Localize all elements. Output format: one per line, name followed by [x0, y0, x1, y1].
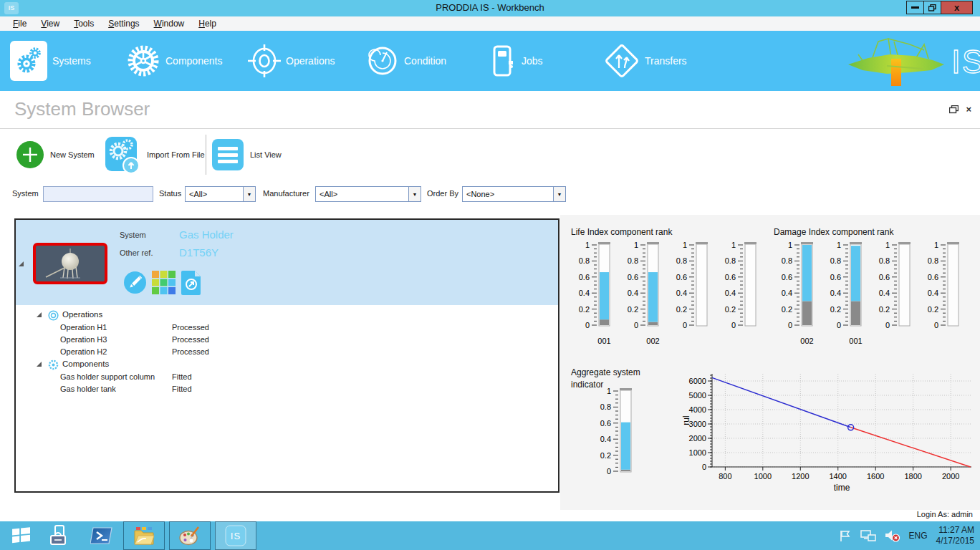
taskbar: IS ENG 11:27 AM 4/17/2015	[0, 521, 980, 550]
manufacturer-dropdown[interactable]: <All> ▼	[315, 186, 421, 202]
svg-text:1000: 1000	[689, 448, 706, 457]
export-report-icon[interactable]	[181, 270, 202, 295]
menu-item-help[interactable]: Help	[191, 16, 224, 31]
nav-systems-label: Systems	[52, 55, 91, 67]
nav-condition[interactable]: Condition	[366, 31, 446, 91]
edit-icon[interactable]	[123, 271, 147, 294]
system-card-selected[interactable]: System Gas Holder Other ref. D1T56Y	[16, 220, 558, 305]
svg-text:2000: 2000	[689, 434, 706, 443]
tree-expander-icon[interactable]	[36, 312, 42, 318]
manufacturer-dropdown-value: <All>	[316, 190, 408, 198]
minimize-icon	[911, 6, 919, 9]
tree-expander-icon[interactable]	[18, 261, 24, 267]
restore-button[interactable]	[923, 1, 941, 14]
svg-text:1: 1	[634, 241, 638, 249]
restore-icon	[928, 4, 936, 11]
svg-text:0.8: 0.8	[879, 256, 890, 265]
manufacturer-filter-label: Manufacturer	[263, 189, 309, 198]
svg-text:0.6: 0.6	[579, 273, 590, 281]
tree-item-name: Operation H1	[60, 323, 172, 332]
order-by-dropdown[interactable]: <None> ▼	[462, 186, 566, 202]
svg-text:0: 0	[634, 321, 638, 329]
tree-group-label: Operations	[62, 310, 102, 321]
new-system-button[interactable]: New System	[16, 129, 95, 180]
tree-row[interactable]: Gas holder tank Fitted	[60, 385, 192, 393]
condition-icon	[366, 44, 399, 77]
file-explorer-button[interactable]	[123, 521, 165, 550]
tree-row[interactable]: Operation H1 Processed	[60, 323, 209, 332]
minimize-button[interactable]	[906, 1, 923, 14]
system-filter-input[interactable]	[43, 186, 153, 202]
server-manager-button[interactable]	[42, 521, 76, 550]
import-icon	[104, 135, 141, 174]
list-view-label: List View	[250, 150, 282, 159]
svg-text:0.4: 0.4	[782, 289, 792, 297]
svg-text:4000: 4000	[689, 405, 706, 414]
paint-button[interactable]	[169, 521, 211, 550]
nav-jobs-label: Jobs	[522, 55, 543, 67]
svg-text:1: 1	[585, 241, 590, 249]
nav-components[interactable]: Components	[126, 31, 222, 91]
svg-text:0.2: 0.2	[628, 305, 638, 314]
svg-text:0: 0	[683, 321, 687, 329]
menu-item-view[interactable]: View	[34, 16, 67, 31]
svg-text:0.6: 0.6	[830, 273, 841, 281]
tree-row[interactable]: Gas holder support column Fitted	[60, 372, 192, 381]
window-title: PRODDIA IS - Workbench	[0, 2, 980, 13]
svg-text:0.4: 0.4	[676, 289, 687, 297]
svg-text:1: 1	[837, 241, 841, 249]
tree-row[interactable]: Operation H3 Processed	[60, 335, 209, 344]
svg-text:002: 002	[646, 337, 659, 345]
tray-time: 11:27 AM	[936, 525, 974, 536]
svg-text:0: 0	[731, 321, 736, 329]
systems-icon	[10, 41, 47, 81]
jobs-icon	[489, 45, 517, 77]
tree-item-status: Fitted	[172, 372, 192, 381]
volume-muted-icon[interactable]	[885, 529, 900, 542]
action-center-flag-icon[interactable]	[840, 529, 852, 542]
language-indicator[interactable]: ENG	[909, 531, 928, 541]
nav-jobs[interactable]: Jobs	[489, 31, 543, 91]
nav-transfers[interactable]: Transfers	[604, 31, 687, 91]
list-view-button[interactable]: List View	[211, 129, 282, 180]
svg-text:1800: 1800	[904, 472, 921, 481]
system-thumbnail[interactable]	[33, 243, 107, 284]
actions-toolbar: New System Import From File	[0, 129, 980, 180]
tree-row[interactable]: Operation H2 Processed	[60, 347, 209, 356]
svg-text:1200: 1200	[792, 472, 809, 481]
network-icon[interactable]	[860, 529, 876, 542]
menu-item-tools[interactable]: Tools	[67, 16, 101, 31]
close-button[interactable]: x	[941, 1, 973, 14]
svg-text:5000: 5000	[689, 391, 706, 400]
damage-index-gauges: 00.20.40.60.8100200.20.40.60.8100100.20.…	[769, 238, 964, 347]
svg-text:0.4: 0.4	[600, 435, 611, 443]
menu-item-window[interactable]: Window	[147, 16, 192, 31]
tree-group-components[interactable]: Components	[36, 360, 109, 370]
import-from-file-button[interactable]: Import From File	[104, 129, 205, 180]
nav-operations[interactable]: Operations	[248, 31, 335, 91]
close-panel-icon[interactable]: ×	[966, 104, 971, 115]
clock[interactable]: 11:27 AM 4/17/2015	[936, 525, 974, 546]
menu-item-settings[interactable]: Settings	[101, 16, 146, 31]
powershell-button[interactable]	[85, 521, 119, 550]
paint-palette-icon	[179, 526, 201, 546]
tree-expander-icon[interactable]	[36, 361, 42, 367]
tree-group-operations[interactable]: Operations	[36, 310, 102, 321]
status-dropdown[interactable]: <All> ▼	[185, 186, 256, 202]
life-index-gauges: 00.20.40.60.8100100.20.40.60.8100200.20.…	[566, 238, 761, 347]
dashboard-grid-icon[interactable]	[151, 270, 176, 295]
nav-systems[interactable]: Systems	[10, 31, 91, 91]
svg-text:1: 1	[934, 241, 938, 249]
svg-text:0.6: 0.6	[725, 273, 736, 281]
windows-logo-icon	[12, 527, 31, 544]
tree-item-name: Gas holder support column	[60, 372, 172, 381]
svg-text:1: 1	[683, 241, 687, 249]
chevron-down-icon: ▼	[408, 187, 421, 201]
menu-item-file[interactable]: File	[6, 16, 34, 31]
float-window-icon[interactable]	[949, 105, 959, 114]
svg-text:0.6: 0.6	[676, 273, 687, 281]
svg-text:0.8: 0.8	[928, 256, 938, 265]
proddia-is-taskbar-button[interactable]: IS	[215, 521, 256, 550]
start-button[interactable]	[6, 521, 37, 550]
svg-text:0.4: 0.4	[830, 289, 841, 297]
